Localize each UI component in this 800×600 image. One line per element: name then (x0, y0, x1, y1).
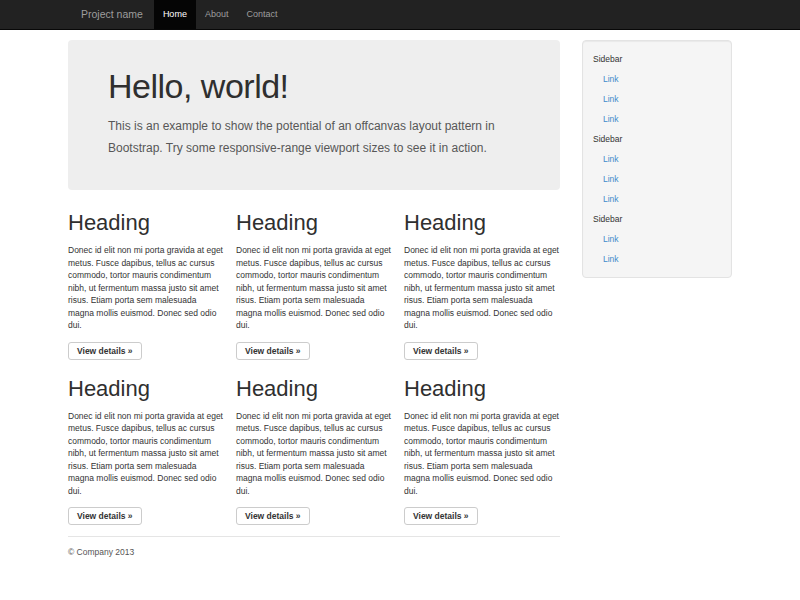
card: Heading Donec id elit non mi porta gravi… (236, 210, 392, 360)
main-row: Hello, world! This is an example to show… (68, 40, 732, 557)
view-details-button[interactable]: View details » (68, 342, 142, 360)
view-details-button[interactable]: View details » (68, 507, 142, 525)
copyright-text: © Company 2013 (68, 547, 560, 557)
navbar: Project name Home About Contact (0, 0, 800, 30)
nav-item-home[interactable]: Home (154, 0, 196, 29)
sidebar-link[interactable]: Link (593, 189, 721, 209)
sidebar-link[interactable]: Link (593, 109, 721, 129)
cards-row-1: Heading Donec id elit non mi porta gravi… (68, 210, 560, 360)
card: Heading Donec id elit non mi porta gravi… (68, 376, 224, 526)
cards-row-2: Heading Donec id elit non mi porta gravi… (68, 376, 560, 526)
sidebar-link[interactable]: Link (593, 229, 721, 249)
navbar-inner: Project name Home About Contact (68, 0, 732, 29)
sidebar-link[interactable]: Link (593, 89, 721, 109)
view-details-button[interactable]: View details » (236, 342, 310, 360)
card-body-text: Donec id elit non mi porta gravida at eg… (236, 410, 392, 498)
sidebar-link[interactable]: Link (593, 169, 721, 189)
card-body-text: Donec id elit non mi porta gravida at eg… (236, 244, 392, 332)
page-title: Hello, world! (108, 67, 520, 106)
card-body-text: Donec id elit non mi porta gravida at eg… (404, 244, 560, 332)
card: Heading Donec id elit non mi porta gravi… (404, 376, 560, 526)
sidebar-heading: Sidebar (593, 129, 721, 149)
sidebar-link[interactable]: Link (593, 249, 721, 269)
jumbotron: Hello, world! This is an example to show… (68, 40, 560, 190)
navbar-brand[interactable]: Project name (68, 0, 143, 29)
card-heading: Heading (404, 376, 560, 402)
nav-item-about[interactable]: About (196, 0, 238, 29)
view-details-button[interactable]: View details » (404, 507, 478, 525)
nav-item-contact[interactable]: Contact (237, 0, 286, 29)
sidebar-heading: Sidebar (593, 209, 721, 229)
card: Heading Donec id elit non mi porta gravi… (404, 210, 560, 360)
sidebar-heading: Sidebar (593, 49, 721, 69)
card: Heading Donec id elit non mi porta gravi… (68, 210, 224, 360)
card-heading: Heading (404, 210, 560, 236)
sidebar-link[interactable]: Link (593, 69, 721, 89)
card-body-text: Donec id elit non mi porta gravida at eg… (68, 244, 224, 332)
view-details-button[interactable]: View details » (404, 342, 478, 360)
card-heading: Heading (236, 376, 392, 402)
jumbotron-description: This is an example to show the potential… (108, 115, 520, 159)
card: Heading Donec id elit non mi porta gravi… (236, 376, 392, 526)
main-content: Hello, world! This is an example to show… (68, 40, 560, 557)
navbar-nav: Home About Contact (154, 0, 287, 29)
card-body-text: Donec id elit non mi porta gravida at eg… (404, 410, 560, 498)
card-heading: Heading (236, 210, 392, 236)
footer-divider (68, 536, 560, 537)
footer: © Company 2013 (68, 536, 560, 557)
card-heading: Heading (68, 210, 224, 236)
card-heading: Heading (68, 376, 224, 402)
page-container: Hello, world! This is an example to show… (68, 40, 732, 557)
card-body-text: Donec id elit non mi porta gravida at eg… (68, 410, 224, 498)
sidebar: Sidebar Link Link Link Sidebar Link Link… (582, 40, 732, 278)
view-details-button[interactable]: View details » (236, 507, 310, 525)
sidebar-link[interactable]: Link (593, 149, 721, 169)
